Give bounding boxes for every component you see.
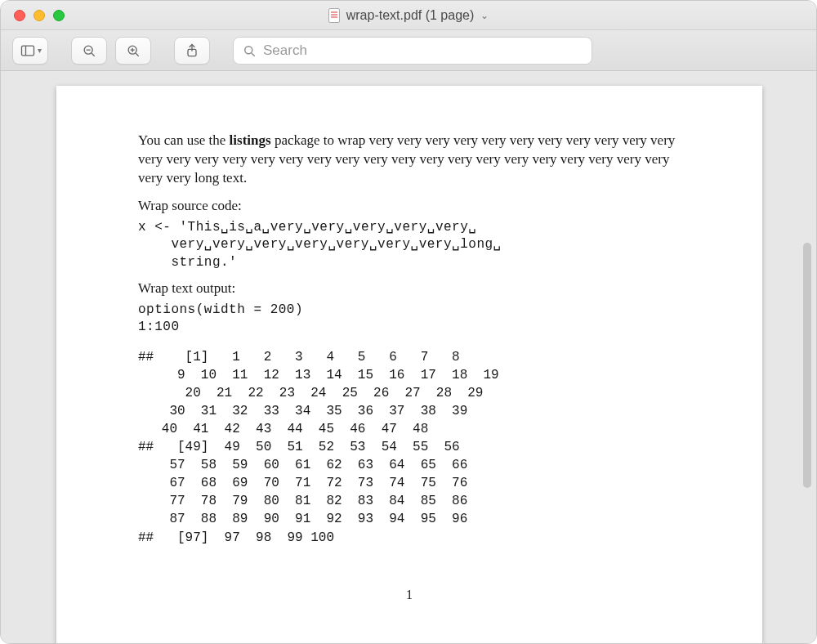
- titlebar: wrap-text.pdf (1 page) ⌄: [1, 1, 816, 30]
- window-title: wrap-text.pdf (1 page) ⌄: [1, 8, 816, 23]
- label-text-output: Wrap text output:: [138, 280, 681, 297]
- sidebar-toggle-button[interactable]: ▾: [12, 37, 48, 65]
- traffic-lights: [1, 10, 65, 21]
- share-button[interactable]: [174, 37, 210, 65]
- zoom-in-icon: [125, 42, 141, 59]
- page-number: 1: [56, 588, 762, 602]
- para-bold: listings: [230, 132, 271, 148]
- svg-rect-0: [21, 46, 33, 56]
- zoom-in-button[interactable]: [115, 37, 151, 65]
- search-icon: [242, 43, 257, 58]
- svg-point-10: [245, 46, 252, 53]
- zoom-window-button[interactable]: [53, 10, 65, 21]
- zoom-out-button[interactable]: [71, 37, 107, 65]
- pdf-page: You can use the listings package to wrap…: [56, 86, 762, 643]
- sidebar-icon: [20, 42, 36, 59]
- svg-line-11: [252, 53, 255, 56]
- search-field[interactable]: [233, 37, 592, 65]
- source-code-block: x <- 'This␣is␣a␣very␣very␣very␣very␣very…: [138, 219, 681, 272]
- preview-window: wrap-text.pdf (1 page) ⌄ ▾: [0, 0, 817, 644]
- code-output-block-1: options(width = 200) 1:100: [138, 302, 681, 337]
- close-window-button[interactable]: [14, 10, 25, 21]
- intro-paragraph: You can use the listings package to wrap…: [138, 132, 681, 188]
- pdf-file-icon: [328, 8, 340, 23]
- svg-line-6: [136, 53, 138, 56]
- search-input[interactable]: [263, 42, 583, 59]
- minimize-window-button[interactable]: [33, 10, 45, 21]
- code-output-block-2: ## [1] 1 2 3 4 5 6 7 8 9 10 11 12 13 14 …: [138, 348, 681, 547]
- zoom-out-icon: [81, 42, 97, 59]
- scrollbar-track[interactable]: [803, 71, 815, 635]
- para-text-pre: You can use the: [138, 132, 230, 148]
- svg-line-3: [92, 53, 94, 56]
- document-viewport[interactable]: You can use the listings package to wrap…: [1, 71, 816, 643]
- toolbar: ▾: [1, 30, 816, 71]
- label-source-code: Wrap source code:: [138, 198, 681, 214]
- title-dropdown-icon[interactable]: ⌄: [480, 10, 489, 21]
- share-icon: [184, 42, 200, 59]
- window-title-text: wrap-text.pdf (1 page): [346, 8, 475, 23]
- scrollbar-thumb[interactable]: [803, 243, 811, 488]
- chevron-down-icon: ▾: [38, 46, 42, 55]
